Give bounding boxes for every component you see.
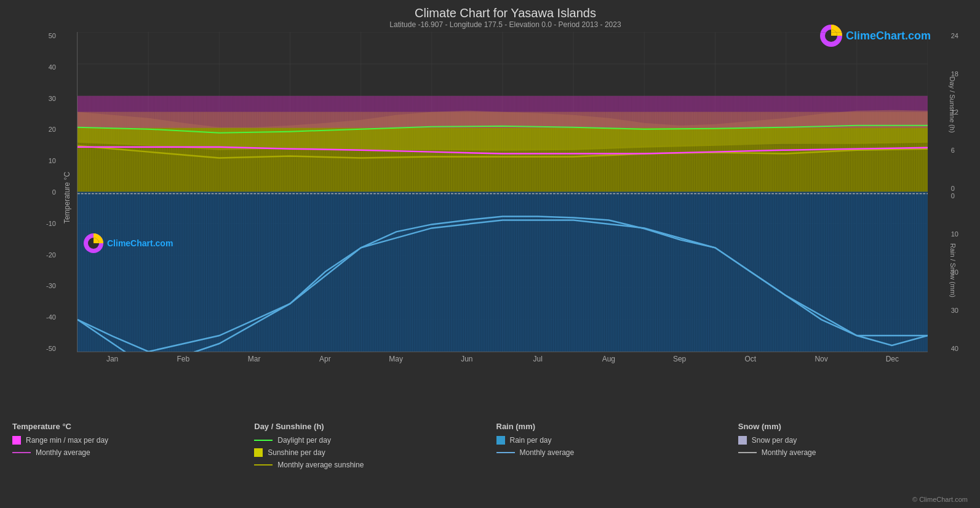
x-tick-may: May (361, 355, 431, 363)
x-tick-jan: Jan (77, 355, 148, 363)
legend-rain-day-label: Rain per day (510, 436, 552, 445)
legend-rain-avg-label: Monthly average (520, 448, 575, 457)
legend-daylight: Daylight per day (254, 436, 484, 445)
legend-temp-title: Temperature °C (12, 422, 242, 431)
x-axis: Jan Feb Mar Apr May Jun Jul Aug Sep Oct … (77, 355, 928, 363)
x-tick-oct: Oct (715, 355, 786, 363)
y-axis-left-label: Temperature °C (63, 172, 71, 224)
sunshine-avg-line (254, 464, 273, 466)
x-tick-jun: Jun (431, 355, 502, 363)
watermark-bottom: ClimeChart.com (84, 233, 173, 253)
chart-svg (78, 32, 928, 352)
y-ticks-left: 50 40 30 20 10 0 -10 -20 -30 -40 -50 (46, 32, 56, 352)
y-ticks-right-bottom: 0 10 20 30 40 (951, 192, 958, 352)
legend-snow-day-label: Snow per day (752, 436, 797, 445)
legend-daylight-label: Daylight per day (277, 436, 331, 445)
y-ticks-right-top: 24 18 12 6 0 (951, 32, 958, 192)
rain-color (496, 436, 505, 445)
legend-rain-title: Rain (mm) (496, 422, 726, 431)
snow-color (738, 436, 747, 445)
x-tick-jul: Jul (503, 355, 573, 363)
legend-sunshine-avg-label: Monthly average sunshine (277, 461, 364, 469)
x-tick-mar: Mar (219, 355, 290, 363)
brand-text-bottom: ClimeChart.com (107, 238, 173, 248)
legend-sunshine-day: Sunshine per day (254, 448, 484, 457)
chart-container: Climate Chart for Yasawa Islands Latitud… (0, 0, 980, 508)
legend-snow-title: Snow (mm) (738, 422, 968, 431)
legend-temperature: Temperature °C Range min / max per day M… (6, 422, 248, 505)
legend-rain-avg: Monthly average (496, 448, 726, 457)
sunshine-color (254, 448, 263, 457)
legend-sunshine-avg: Monthly average sunshine (254, 461, 484, 469)
svg-rect-37 (78, 96, 928, 128)
chart-title: Climate Chart for Yasawa Islands (43, 6, 968, 20)
legend-snow-avg: Monthly average (738, 448, 968, 457)
legend-rain-day: Rain per day (496, 436, 726, 445)
legend-temp-avg-label: Monthly average (36, 448, 90, 457)
rain-avg-line (496, 452, 515, 453)
legend-rain: Rain (mm) Rain per day Monthly average (490, 422, 732, 505)
x-tick-feb: Feb (148, 355, 218, 363)
x-tick-nov: Nov (786, 355, 857, 363)
temp-avg-line (12, 452, 31, 453)
legend-snow-day: Snow per day (738, 436, 968, 445)
x-tick-sep: Sep (644, 355, 715, 363)
legend-temp-avg: Monthly average (12, 448, 242, 457)
snow-avg-line (738, 452, 757, 453)
legend-sunshine-day-label: Sunshine per day (268, 448, 325, 457)
legend-area: Temperature °C Range min / max per day M… (0, 413, 980, 508)
x-tick-aug: Aug (573, 355, 644, 363)
x-tick-dec: Dec (857, 355, 928, 363)
daylight-line (254, 440, 273, 441)
x-tick-apr: Apr (290, 355, 361, 363)
legend-temp-range-label: Range min / max per day (26, 436, 108, 445)
legend-snow-avg-label: Monthly average (762, 448, 816, 457)
legend-sunshine: Day / Sunshine (h) Daylight per day Suns… (248, 422, 490, 505)
legend-temp-range: Range min / max per day (12, 436, 242, 445)
logo-icon-bottom (84, 233, 103, 253)
temp-range-color (12, 436, 21, 445)
legend-sunshine-title: Day / Sunshine (h) (254, 422, 484, 431)
legend-snow: Snow (mm) Snow per day Monthly average (732, 422, 974, 505)
copyright-text: © ClimeChart.com (912, 496, 968, 503)
chart-plot-area: ClimeChart.com (77, 32, 928, 352)
